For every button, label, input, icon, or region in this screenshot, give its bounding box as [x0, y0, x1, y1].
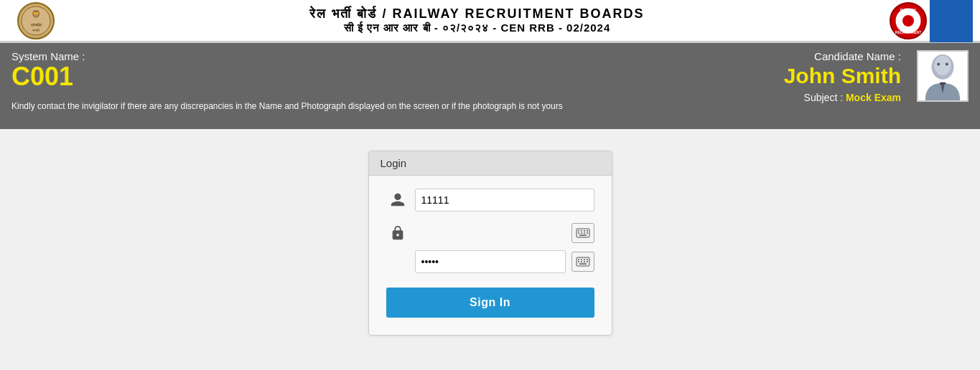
subject-value: Mock Exam: [846, 92, 901, 103]
india-emblem-icon: 🦁 सत्यमेव जयते: [17, 2, 55, 39]
keyboard-icon-top: [576, 227, 590, 239]
system-name-label: System Name :: [11, 50, 784, 62]
svg-text:🦁: 🦁: [32, 9, 41, 19]
svg-point-12: [937, 63, 940, 66]
rrb-logo-icon: RAILWAY RECRUITMENT: [890, 2, 927, 39]
candidate-name-label: Candidate Name :: [814, 50, 901, 62]
hindi-title: रेल भर्ती बोर्ड / RAILWAY RECRUITMENT BO…: [65, 6, 890, 22]
svg-rect-14: [940, 82, 946, 85]
padlock-icon: [390, 225, 406, 241]
username-row: [386, 189, 594, 212]
main-content: Login: [0, 129, 980, 357]
keyboard-icon-bottom: [576, 256, 590, 267]
login-box-title: Login: [369, 151, 612, 176]
svg-point-11: [934, 56, 951, 75]
blue-accent-bar: [930, 0, 973, 42]
lock-icon: [386, 222, 409, 245]
svg-text:RECRUITMENT: RECRUITMENT: [895, 30, 921, 34]
page-header: 🦁 सत्यमेव जयते रेल भर्ती बोर्ड / RAILWAY…: [0, 0, 980, 43]
info-bar: System Name : C001 Kindly contact the in…: [0, 43, 980, 129]
disclaimer-text: Kindly contact the invigilator if there …: [11, 101, 622, 111]
system-info: System Name : C001 Kindly contact the in…: [11, 50, 784, 122]
avatar-icon: [921, 52, 964, 100]
left-logo: 🦁 सत्यमेव जयते: [7, 2, 65, 39]
keyboard-button-top[interactable]: [571, 223, 594, 243]
person-icon: [390, 192, 406, 208]
password-group: [386, 222, 594, 273]
right-logo-area: RAILWAY RECRUITMENT: [890, 0, 973, 42]
password-input-row: [386, 250, 594, 273]
password-icon-row: [386, 222, 594, 245]
svg-point-7: [902, 15, 914, 27]
eng-title: सी ई एन आर आर बी - ०२/२०२४ - CEN RRB - 0…: [65, 22, 890, 34]
sign-in-button[interactable]: Sign In: [386, 288, 594, 318]
svg-point-13: [946, 63, 948, 66]
login-form: Sign In: [369, 176, 612, 318]
keyboard-button-bottom[interactable]: [571, 252, 594, 272]
candidate-name-value: John Smith: [784, 63, 901, 89]
subject-label: Subject :: [804, 92, 843, 103]
candidate-info: Candidate Name : John Smith Subject : Mo…: [784, 50, 908, 122]
svg-text:जयते: जयते: [32, 28, 39, 32]
svg-text:RAILWAY: RAILWAY: [900, 8, 917, 12]
header-title-area: रेल भर्ती बोर्ड / RAILWAY RECRUITMENT BO…: [65, 6, 890, 34]
svg-text:सत्यमेव: सत्यमेव: [30, 22, 42, 27]
login-box: Login: [368, 151, 612, 336]
password-input[interactable]: [415, 250, 566, 273]
system-name-value: C001: [11, 62, 784, 91]
subject-line: Subject : Mock Exam: [804, 92, 901, 103]
candidate-avatar: [917, 50, 969, 102]
user-icon: [386, 189, 409, 212]
username-input[interactable]: [415, 189, 594, 212]
